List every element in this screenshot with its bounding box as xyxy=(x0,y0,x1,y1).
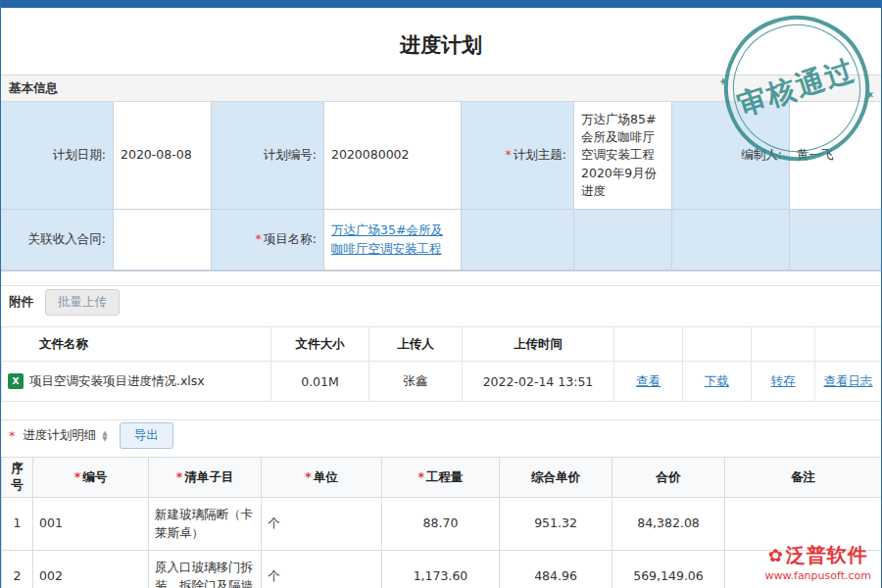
plan-date-value: 2020-08-08 xyxy=(114,102,212,210)
seq-cell: 1 xyxy=(2,498,33,551)
col-code: *编号 xyxy=(33,458,149,498)
empty-cell xyxy=(672,210,790,270)
project-name-label: *项目名称: xyxy=(212,210,324,270)
col-action xyxy=(752,327,815,362)
detail-header-row: 序号 *编号 *清单子目 *单位 *工程量 综合单价 合价 备注 xyxy=(2,458,882,498)
contract-label-text: 关联收入合同: xyxy=(28,230,106,248)
col-quantity-text: 工程量 xyxy=(426,469,464,484)
col-action xyxy=(683,327,752,362)
file-name-cell: X 项目空调安装项目进度情况.xlsx xyxy=(2,362,271,402)
unit-price-cell: 484.96 xyxy=(500,551,612,588)
brand-name: 泛普软件 xyxy=(786,542,868,568)
required-mark: * xyxy=(256,230,262,248)
section-basic-info-bar: 基本信息 xyxy=(1,74,881,102)
contract-value xyxy=(114,210,212,270)
unit-price-cell: 951.32 xyxy=(500,498,612,551)
plan-date-label-text: 计划日期: xyxy=(53,146,106,164)
unit-cell: 个 xyxy=(262,551,382,588)
download-cell: 下载 xyxy=(683,362,752,402)
col-action xyxy=(614,327,683,362)
export-button[interactable]: 导出 xyxy=(120,422,173,449)
upload-time-cell: 2022-02-14 13:51 xyxy=(463,362,614,402)
empty-cell xyxy=(574,210,672,270)
save-as-cell: 转存 xyxy=(752,362,815,402)
code-cell: 001 xyxy=(33,498,149,551)
col-file-name: 文件名称 xyxy=(2,327,271,362)
required-mark: * xyxy=(305,469,312,484)
attachments-header-row: 文件名称 文件大小 上传人 上传时间 xyxy=(2,327,882,362)
view-cell: 查看 xyxy=(614,362,683,402)
col-total-price: 合价 xyxy=(612,458,725,498)
uploader-cell: 张鑫 xyxy=(369,362,463,402)
compiler-label: 编制人: xyxy=(672,102,790,210)
required-mark: * xyxy=(176,469,183,484)
plan-no-label: 计划编号: xyxy=(212,102,324,210)
project-name-link[interactable]: 万达广场35#会所及咖啡厅空调安装工程 xyxy=(331,221,454,259)
project-name-cell: 万达广场35#会所及咖啡厅空调安装工程 xyxy=(324,210,462,270)
code-cell: 002 xyxy=(33,551,149,588)
attachments-bar: 附件 批量上传 xyxy=(1,285,881,318)
detail-section-bar: * 进度计划明细 ▲▼ 导出 xyxy=(1,419,881,451)
required-mark: * xyxy=(74,469,81,484)
col-code-text: 编号 xyxy=(82,469,107,484)
col-action xyxy=(815,327,882,362)
col-unit: *单位 xyxy=(262,458,382,498)
brand-watermark: ✿ 泛普软件 www.fanpusoft.com xyxy=(765,542,871,582)
brand-url: www.fanpusoft.com xyxy=(765,569,871,582)
basic-info-form: 计划日期: 2020-08-08 计划编号: 2020080002 *计划主题:… xyxy=(1,102,881,271)
detail-row: 2 002 原入口玻璃移门拆装、拆除门及隔墙 个 1,173.60 484.96… xyxy=(2,551,882,588)
item-cell: 新建玻璃隔断（卡莱斯卓） xyxy=(149,498,262,551)
col-remark: 备注 xyxy=(725,458,882,498)
page: 进度计划 ★ 审核通过 ★ 基本信息 计划日期: 2020-08-08 计划编号… xyxy=(0,0,882,588)
col-remark-text: 备注 xyxy=(791,469,815,484)
item-cell: 原入口玻璃移门拆装、拆除门及隔墙 xyxy=(149,551,262,588)
view-link[interactable]: 查看 xyxy=(636,373,661,388)
total-price-cell: 569,149.06 xyxy=(612,551,725,588)
col-file-size: 文件大小 xyxy=(271,327,369,362)
contract-label: 关联收入合同: xyxy=(1,210,114,270)
plan-date-label: 计划日期: xyxy=(1,102,114,210)
plan-subject-value: 万达广场85#会所及咖啡厅空调安装工程2020年9月份进度 xyxy=(574,102,672,210)
brand-flower-icon: ✿ xyxy=(768,547,783,564)
section-basic-info-title: 基本信息 xyxy=(9,80,58,95)
plan-subject-label-text: 计划主题: xyxy=(514,146,566,164)
col-seq: 序号 xyxy=(2,458,33,498)
col-unit-price: 综合单价 xyxy=(500,458,612,498)
plan-subject-label: *计划主题: xyxy=(462,102,574,210)
empty-cell xyxy=(790,210,881,270)
file-size-cell: 0.01M xyxy=(271,362,369,402)
project-name-label-text: 项目名称: xyxy=(264,230,317,248)
detail-row: 1 001 新建玻璃隔断（卡莱斯卓） 个 88.70 951.32 84,382… xyxy=(2,498,882,551)
brand-row: ✿ 泛普软件 xyxy=(765,542,871,568)
sort-icon[interactable]: ▲▼ xyxy=(102,430,107,442)
quantity-cell: 88.70 xyxy=(382,498,500,551)
col-total-price-text: 合价 xyxy=(657,469,681,484)
seq-cell: 2 xyxy=(2,551,33,588)
col-item: *清单子目 xyxy=(149,458,262,498)
col-unit-price-text: 综合单价 xyxy=(531,469,580,484)
col-seq-text: 序号 xyxy=(11,461,24,492)
file-name-text: 项目空调安装项目进度情况.xlsx xyxy=(29,373,205,390)
detail-table: 序号 *编号 *清单子目 *单位 *工程量 综合单价 合价 备注 1 001 新… xyxy=(1,457,882,588)
compiler-value: 黄一飞 xyxy=(790,102,881,210)
top-accent-bar xyxy=(1,0,881,8)
view-log-cell: 查看日志 xyxy=(815,362,882,402)
col-item-text: 清单子目 xyxy=(184,469,233,484)
download-link[interactable]: 下载 xyxy=(705,373,729,388)
total-price-cell: 84,382.08 xyxy=(612,498,725,551)
attachments-table: 文件名称 文件大小 上传人 上传时间 X 项目空调安装项目进度情况.xlsx 0… xyxy=(1,326,882,402)
attachment-row: X 项目空调安装项目进度情况.xlsx 0.01M 张鑫 2022-02-14 … xyxy=(2,362,882,402)
col-upload-time: 上传时间 xyxy=(463,327,614,362)
empty-cell xyxy=(462,210,574,270)
detail-section-title: 进度计划明细 xyxy=(23,427,96,444)
attachments-title: 附件 xyxy=(9,294,33,311)
view-log-link[interactable]: 查看日志 xyxy=(824,373,873,388)
required-mark: * xyxy=(506,146,512,164)
plan-no-label-text: 计划编号: xyxy=(264,146,317,164)
sort-down-icon: ▼ xyxy=(102,436,107,442)
excel-file-icon: X xyxy=(8,373,24,389)
save-as-link[interactable]: 转存 xyxy=(771,373,796,388)
required-mark: * xyxy=(9,428,15,443)
batch-upload-button[interactable]: 批量上传 xyxy=(45,289,120,316)
col-quantity: *工程量 xyxy=(382,458,500,498)
